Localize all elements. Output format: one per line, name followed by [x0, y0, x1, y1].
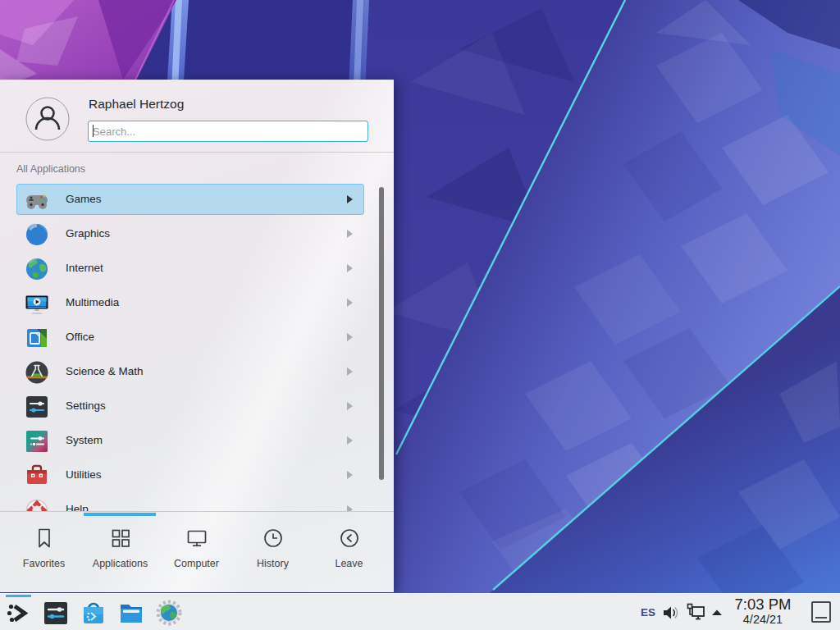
tab-computer[interactable]: Computer	[158, 515, 235, 592]
submenu-arrow-icon	[347, 299, 353, 307]
network-button[interactable]	[683, 594, 708, 630]
history-icon	[262, 527, 285, 553]
user-avatar[interactable]	[25, 97, 70, 144]
tab-favorites[interactable]: Favorites	[6, 515, 82, 592]
help-icon	[24, 497, 50, 511]
tab-history[interactable]: History	[235, 515, 311, 592]
category-item-help[interactable]: Help	[16, 494, 364, 511]
launcher-tabbar: Favorites Applications	[0, 515, 394, 592]
list-scrollbar[interactable]	[379, 187, 384, 480]
office-icon	[24, 325, 50, 351]
category-label: System	[66, 434, 103, 446]
header-separator	[0, 152, 394, 153]
tab-label: Favorites	[6, 558, 82, 569]
category-item-games[interactable]: Games	[16, 184, 364, 215]
submenu-arrow-icon	[347, 333, 353, 341]
leave-icon	[338, 527, 361, 553]
expand-tray-icon	[710, 606, 724, 619]
system-settings-icon	[42, 599, 70, 627]
tab-label: Applications	[82, 558, 158, 569]
folder-icon	[117, 599, 145, 627]
text-cursor	[93, 125, 94, 137]
science-icon	[24, 359, 50, 386]
volume-button[interactable]	[660, 594, 681, 630]
footer-separator	[0, 511, 394, 512]
category-label: Internet	[66, 262, 103, 274]
desktop: Raphael Hertzog All Applications G	[0, 0, 840, 630]
category-label: Help	[66, 503, 89, 511]
settings-icon	[24, 394, 50, 420]
category-item-multimedia[interactable]: Multimedia	[16, 287, 364, 318]
web-browser-icon	[155, 599, 183, 627]
user-name: Raphael Hertzog	[89, 97, 184, 112]
games-icon	[24, 187, 50, 213]
network-icon	[685, 602, 706, 623]
category-label: Settings	[66, 399, 106, 412]
tab-applications[interactable]: Applications	[82, 515, 158, 592]
system-icon	[24, 428, 50, 454]
internet-icon	[24, 256, 50, 282]
keyboard-layout-indicator[interactable]: ES	[636, 594, 660, 630]
computer-icon	[185, 527, 208, 553]
tab-label: Leave	[311, 558, 387, 569]
submenu-arrow-icon	[347, 230, 353, 238]
category-list: Games Graphics	[0, 182, 394, 511]
discover-button[interactable]	[78, 597, 109, 628]
tab-leave[interactable]: Leave	[311, 515, 387, 592]
category-item-graphics[interactable]: Graphics	[16, 218, 364, 249]
applications-icon	[109, 527, 132, 553]
volume-icon	[661, 604, 679, 622]
tab-label: Computer	[158, 558, 235, 569]
file-manager-button[interactable]	[116, 597, 147, 628]
clock-time: 7:03 PM	[730, 596, 796, 613]
category-label: Games	[66, 193, 102, 205]
submenu-arrow-icon	[347, 402, 353, 410]
search-input[interactable]	[88, 121, 368, 142]
submenu-arrow-icon	[347, 471, 353, 479]
application-launcher-button[interactable]	[2, 597, 34, 628]
category-item-system[interactable]: System	[16, 425, 364, 456]
system-settings-button[interactable]	[40, 597, 71, 628]
taskbar: ES 7:03 PM 4/24/21	[0, 593, 840, 630]
clock-date: 4/24/21	[730, 613, 796, 627]
utilities-icon	[24, 463, 50, 489]
expand-tray-button[interactable]	[707, 594, 727, 630]
category-item-science[interactable]: Science & Math	[16, 356, 364, 387]
category-label: Utilities	[66, 468, 102, 481]
favorites-icon	[33, 527, 56, 553]
submenu-arrow-icon	[347, 505, 353, 511]
category-label: Office	[66, 331, 94, 343]
multimedia-icon	[24, 290, 50, 317]
digital-clock[interactable]: 7:03 PM 4/24/21	[730, 596, 796, 627]
category-item-office[interactable]: Office	[16, 322, 364, 353]
category-label: Science & Math	[66, 365, 144, 377]
discover-icon	[80, 599, 107, 627]
show-desktop-button[interactable]	[811, 601, 831, 623]
submenu-arrow-icon	[347, 195, 353, 203]
submenu-arrow-icon	[347, 368, 353, 376]
graphics-icon	[24, 221, 50, 248]
category-item-utilities[interactable]: Utilities	[16, 459, 364, 491]
tab-label: History	[235, 558, 311, 569]
category-item-settings[interactable]: Settings	[16, 390, 364, 422]
category-item-internet[interactable]: Internet	[16, 253, 364, 284]
kde-launcher-icon	[4, 599, 32, 627]
category-label: Multimedia	[66, 296, 119, 308]
web-browser-button[interactable]	[153, 597, 185, 628]
section-label: All Applications	[16, 163, 85, 175]
application-launcher-popup: Raphael Hertzog All Applications G	[0, 80, 394, 592]
submenu-arrow-icon	[347, 436, 353, 445]
submenu-arrow-icon	[347, 264, 353, 272]
category-label: Graphics	[66, 227, 110, 240]
